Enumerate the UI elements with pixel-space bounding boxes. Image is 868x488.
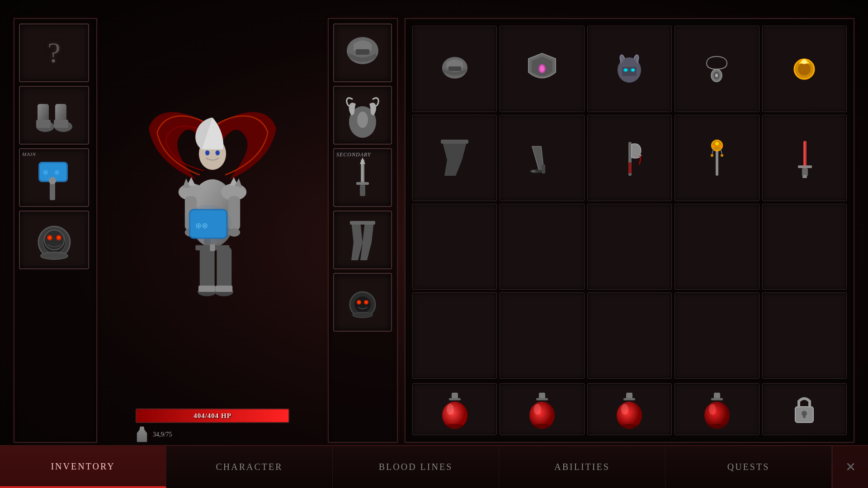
svg-point-40: [185, 205, 232, 243]
inv-slot-2-0[interactable]: [412, 204, 497, 290]
inv-slot-1-4[interactable]: [762, 115, 847, 201]
nav-inventory[interactable]: Inventory: [0, 446, 166, 488]
nav-blood-lines-label: Blood Lines: [379, 462, 453, 472]
chest-slot[interactable]: [333, 86, 392, 145]
mana-text: 34,9/75: [153, 431, 172, 438]
svg-line-100: [721, 149, 722, 155]
nav-abilities-label: Abilities: [554, 462, 610, 472]
inv-dragon-helm-icon: [611, 50, 647, 88]
unknown-slot[interactable]: ?: [19, 23, 89, 82]
hp-bar-background: 404/404 HP: [136, 408, 289, 423]
nav-abilities[interactable]: Abilities: [499, 446, 665, 488]
svg-rect-45: [198, 286, 216, 292]
potion-2-icon: [526, 389, 558, 430]
svg-rect-89: [542, 164, 545, 174]
inventory-panel: [405, 18, 854, 443]
svg-rect-115: [536, 398, 548, 400]
inv-slot-1-1[interactable]: [500, 115, 584, 201]
inv-slot-3-1[interactable]: [500, 292, 584, 379]
inv-slot-3-2[interactable]: [587, 292, 672, 379]
nav-bar: Inventory Character Blood Lines Abilitie…: [0, 445, 868, 488]
svg-rect-5: [54, 120, 68, 128]
inv-slot-3-4[interactable]: [762, 292, 847, 379]
svg-rect-59: [350, 221, 375, 225]
potion-slot-3[interactable]: [587, 383, 672, 435]
inv-slot-1-3[interactable]: [675, 115, 759, 201]
inv-slot-0-1[interactable]: [500, 26, 584, 112]
boots-icon: [29, 95, 79, 136]
nav-quests[interactable]: Quests: [665, 446, 832, 488]
right-ring-slot[interactable]: [333, 273, 392, 332]
close-icon: ✕: [845, 460, 856, 474]
hp-text: 404/404 HP: [193, 412, 231, 420]
inv-slot-0-2[interactable]: [587, 26, 672, 112]
potion-slot-2[interactable]: [500, 383, 584, 435]
lock-slot[interactable]: [762, 383, 847, 435]
svg-point-77: [625, 69, 627, 71]
lock-icon: [791, 392, 818, 426]
inv-slot-2-4[interactable]: [762, 204, 847, 290]
left-ring-slot[interactable]: [19, 211, 89, 269]
svg-point-66: [353, 312, 373, 318]
svg-point-123: [620, 424, 638, 428]
svg-line-99: [712, 149, 713, 155]
inv-slot-2-3[interactable]: [675, 204, 759, 290]
svg-point-72: [546, 63, 552, 68]
main-container: ? Main: [14, 18, 854, 443]
inv-slot-1-0[interactable]: [412, 115, 497, 201]
svg-point-86: [802, 60, 807, 64]
boots-slot[interactable]: [19, 86, 89, 145]
svg-point-122: [621, 404, 628, 415]
character-svg: ⊕⊗: [140, 69, 285, 358]
inv-axe-icon: [610, 137, 649, 178]
svg-rect-110: [449, 398, 461, 400]
svg-point-91: [531, 170, 536, 173]
right-ring-icon: [342, 282, 383, 323]
svg-rect-120: [623, 398, 635, 400]
inv-slot-1-2[interactable]: [587, 115, 672, 201]
inv-slot-3-0[interactable]: [412, 292, 497, 379]
nav-blood-lines[interactable]: Blood Lines: [333, 446, 499, 488]
potion-slot-4[interactable]: [675, 383, 759, 435]
inv-slot-2-2[interactable]: [587, 204, 672, 290]
main-label: Main: [22, 151, 36, 157]
svg-point-19: [57, 236, 60, 239]
main-weapon-icon: ⊕ ⊗: [27, 153, 81, 202]
svg-point-113: [446, 424, 464, 428]
svg-point-118: [533, 424, 551, 428]
inv-heels-icon: [525, 137, 559, 178]
legs-slot[interactable]: [333, 211, 392, 269]
svg-point-81: [715, 74, 718, 77]
svg-rect-108: [803, 141, 807, 169]
svg-point-97: [712, 145, 715, 148]
chest-icon: [340, 90, 385, 140]
potion-slot-1[interactable]: [412, 383, 497, 435]
helmet-slot[interactable]: [333, 23, 392, 82]
inv-helm-icon: [437, 51, 473, 87]
svg-point-112: [447, 404, 454, 415]
inv-staff-icon: [698, 137, 736, 178]
inv-slot-0-4[interactable]: [762, 26, 847, 112]
svg-rect-88: [441, 140, 468, 144]
nav-character[interactable]: Character: [166, 446, 333, 488]
inv-slot-2-1[interactable]: [500, 204, 584, 290]
helmet-icon: [340, 30, 385, 75]
question-icon: ?: [47, 36, 60, 70]
secondary-slot[interactable]: Secondary: [333, 148, 392, 207]
svg-point-30: [216, 150, 220, 155]
main-hand-slot[interactable]: Main ⊕ ⊗: [19, 148, 89, 207]
inv-slot-0-3[interactable]: [675, 26, 759, 112]
inv-slot-3-3[interactable]: [675, 292, 759, 379]
svg-rect-68: [448, 66, 461, 71]
inv-amulet-icon: [700, 52, 734, 86]
svg-point-102: [721, 154, 723, 157]
svg-point-71: [533, 63, 538, 68]
inv-shield-icon: [524, 50, 560, 88]
svg-point-78: [632, 69, 634, 71]
svg-point-83: [798, 63, 811, 75]
potion-3-icon: [613, 389, 645, 430]
inv-slot-0-0[interactable]: [412, 26, 497, 112]
close-button[interactable]: ✕: [832, 446, 868, 488]
svg-rect-55: [356, 182, 369, 185]
left-equipment-panel: ? Main: [14, 18, 97, 443]
